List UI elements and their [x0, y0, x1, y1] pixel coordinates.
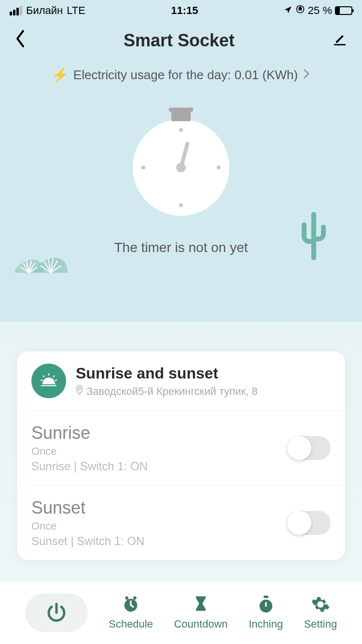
location-icon: [284, 4, 292, 17]
card-title: Sunrise and sunset: [76, 364, 258, 382]
row-detail: Sunset | Switch 1: ON: [31, 534, 144, 548]
svg-line-3: [53, 376, 55, 377]
gear-icon: [311, 595, 330, 614]
chevron-right-icon: [303, 68, 310, 83]
signal-icon: [10, 6, 22, 15]
stopwatch-icon: [256, 595, 276, 614]
svg-point-7: [79, 388, 81, 390]
bush-icon: [14, 249, 92, 275]
location-pin-icon: [76, 385, 84, 398]
sunrise-sunset-card: Sunrise and sunset Заводской5-й Крекингс…: [17, 351, 345, 560]
orientation-lock-icon: [295, 4, 305, 17]
sunrise-toggle[interactable]: [287, 436, 331, 460]
svg-line-4: [41, 380, 42, 380]
sunset-row[interactable]: Sunset Once Sunset | Switch 1: ON: [17, 486, 345, 560]
bolt-icon: ⚡: [52, 67, 69, 83]
card-header[interactable]: Sunrise and sunset Заводской5-й Крекингс…: [17, 351, 345, 411]
page-title: Smart Socket: [124, 30, 235, 51]
row-repeat: Once: [31, 520, 144, 532]
battery-icon: [335, 6, 352, 15]
cactus-icon: [294, 205, 333, 265]
battery-percent: 25 %: [308, 4, 332, 17]
row-title: Sunrise: [31, 423, 148, 443]
svg-point-10: [133, 596, 137, 600]
back-button[interactable]: [14, 29, 26, 53]
sunrise-icon: [31, 364, 66, 398]
svg-point-9: [125, 596, 128, 600]
usage-label: Electricity usage for the day: 0.01 (KWh…: [73, 68, 298, 83]
row-repeat: Once: [31, 445, 148, 458]
row-title: Sunset: [31, 498, 144, 518]
status-time: 11:15: [171, 4, 198, 17]
network-label: LTE: [67, 4, 85, 17]
row-detail: Sunrise | Switch 1: ON: [31, 460, 148, 473]
scenery-decoration: [0, 217, 362, 275]
nav-setting[interactable]: Setting: [304, 595, 337, 630]
sunset-toggle[interactable]: [287, 511, 331, 535]
bottom-nav: Schedule Countdown Inching Setting: [0, 581, 362, 644]
status-bar: Билайн LTE 11:15 25 %: [0, 0, 362, 21]
svg-line-2: [43, 376, 44, 377]
electricity-usage-row[interactable]: ⚡ Electricity usage for the day: 0.01 (K…: [0, 60, 362, 90]
nav-countdown[interactable]: Countdown: [174, 595, 227, 630]
clock-icon: [121, 595, 140, 614]
sunrise-row[interactable]: Sunrise Once Sunrise | Switch 1: ON: [17, 411, 345, 486]
edit-button[interactable]: [332, 32, 348, 49]
svg-rect-12: [264, 596, 268, 598]
nav-inching[interactable]: Inching: [249, 595, 283, 630]
timer-display: The timer is not on yet: [0, 90, 362, 275]
hourglass-icon: [191, 595, 210, 614]
svg-line-5: [55, 380, 57, 380]
nav-bar: Smart Socket: [0, 21, 362, 60]
carrier-label: Билайн: [26, 4, 63, 17]
nav-schedule[interactable]: Schedule: [109, 595, 153, 630]
timer-icon[interactable]: [133, 119, 229, 216]
card-location: Заводской5-й Крекингский тупик, 8: [76, 385, 258, 398]
power-button[interactable]: [25, 593, 88, 632]
